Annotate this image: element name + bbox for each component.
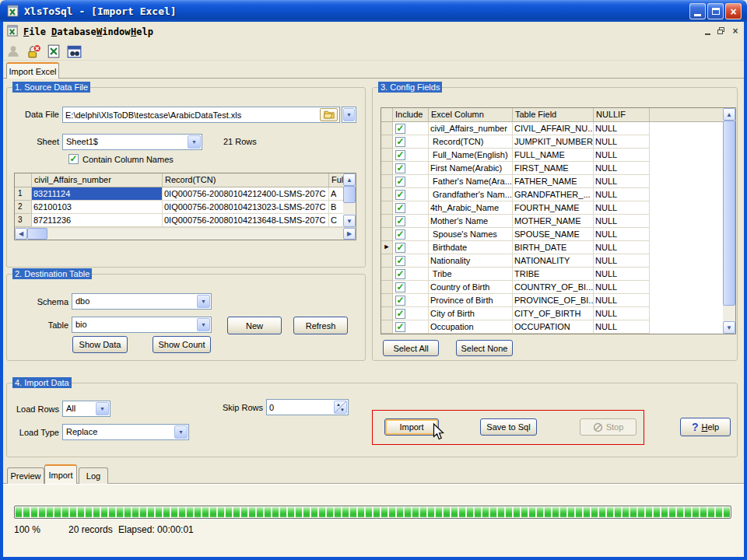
include-checkbox[interactable]: ✓ [395, 243, 405, 253]
config-grid-row[interactable]: ► ✓ Birthdate BIRTH_DATE NULL [381, 241, 723, 254]
config-grid-row[interactable]: ✓ 4th_Arabic_Name FOURTH_NAME NULL [381, 201, 723, 215]
data-file-input[interactable] [62, 107, 340, 123]
view-data-icon[interactable] [65, 43, 82, 60]
include-cell[interactable]: ✓ [393, 320, 429, 334]
include-checkbox[interactable]: ✓ [395, 269, 405, 279]
col-civil-affairs-number[interactable]: civil_Affairs_number [32, 173, 163, 187]
include-checkbox[interactable]: ✓ [395, 124, 405, 134]
tab-import[interactable]: Import [44, 464, 77, 484]
menu-file[interactable]: File [23, 26, 46, 38]
include-cell[interactable]: ✓ [393, 201, 429, 215]
tab-log[interactable]: Log [79, 467, 108, 484]
load-rows-select[interactable]: All ▼ [62, 401, 110, 417]
tab-preview[interactable]: Preview [7, 467, 44, 484]
maximize-button[interactable] [707, 3, 724, 19]
include-checkbox[interactable]: ✓ [395, 309, 405, 319]
include-cell[interactable]: ✓ [393, 175, 429, 188]
config-grid-row[interactable]: ✓ Mother's Name MOTHER_NAME NULL [381, 215, 723, 228]
schema-select[interactable]: dbo ▼ [72, 293, 212, 310]
config-grid-row[interactable]: ✓ Tribe TRIBE NULL [381, 268, 723, 281]
mdi-minimize-button[interactable] [701, 26, 714, 37]
scroll-up-icon[interactable]: ▲ [723, 108, 735, 121]
scroll-thumb[interactable] [723, 121, 735, 306]
source-grid-hscrollbar[interactable]: ◀ ▶ [15, 227, 356, 240]
col-record-tcn[interactable]: Record(TCN) [163, 173, 329, 187]
refresh-button[interactable]: Refresh [293, 317, 348, 334]
include-checkbox[interactable]: ✓ [395, 229, 405, 240]
scroll-down-icon[interactable]: ▼ [723, 321, 735, 334]
config-grid-row[interactable]: ✓ Full_Name(English) FULL_NAME NULL [381, 149, 723, 162]
select-all-button[interactable]: Select All [383, 340, 439, 356]
include-cell[interactable]: ✓ [393, 215, 429, 228]
skip-rows-spinner[interactable]: ▲▼ [334, 401, 347, 414]
scroll-down-icon[interactable]: ▼ [343, 215, 356, 227]
table-select[interactable]: bio ▼ [72, 317, 212, 333]
config-grid-row[interactable]: ✓ Grandfather's Nam... GRANDFATHER_... N… [381, 188, 723, 201]
new-button[interactable]: New [227, 317, 282, 334]
config-grid-row[interactable]: ✓ City of Birth CITY_OF_BIRTH NULL [381, 307, 723, 320]
include-cell[interactable]: ✓ [393, 241, 429, 254]
spin-down-icon[interactable]: ▼ [340, 408, 345, 412]
include-cell[interactable]: ✓ [393, 122, 429, 135]
include-cell[interactable]: ✓ [393, 135, 429, 149]
mdi-close-button[interactable]: × [729, 26, 742, 37]
config-grid-row[interactable]: ✓ Country of Birth COUNTRY_OF_BI... NULL [381, 281, 723, 294]
col-excel-column[interactable]: Excel Column [429, 108, 513, 121]
contain-columns-checkbox[interactable]: ✓ [68, 154, 79, 164]
show-data-button[interactable]: Show Data [72, 336, 128, 353]
include-checkbox[interactable]: ✓ [395, 177, 405, 187]
config-grid-row[interactable]: ✓ Province of Birth PROVINCE_OF_BI... NU… [381, 294, 723, 307]
data-file-dropdown-button[interactable]: ▼ [342, 107, 356, 123]
include-checkbox[interactable]: ✓ [395, 256, 405, 266]
col-nullif[interactable]: NULLIF [594, 108, 650, 121]
include-cell[interactable]: ✓ [393, 162, 429, 175]
include-cell[interactable]: ✓ [393, 307, 429, 320]
scroll-right-icon[interactable]: ▶ [343, 228, 356, 240]
config-grid-row[interactable]: ✓ Nationality NATIONALITY NULL [381, 254, 723, 268]
col-table-field[interactable]: Table Field [513, 108, 594, 121]
show-count-button[interactable]: Show Count [153, 336, 211, 353]
include-cell[interactable]: ✓ [393, 281, 429, 294]
include-checkbox[interactable]: ✓ [395, 163, 405, 173]
source-grid-row[interactable]: 1 83211124 0IQ000756-20080104212400-LSMS… [15, 187, 343, 201]
load-type-select[interactable]: Replace ▼ [62, 424, 189, 440]
include-cell[interactable]: ✓ [393, 228, 429, 241]
lock-error-icon[interactable] [25, 43, 42, 60]
config-grid-row[interactable]: ✓ First Name(Arabic) FIRST_NAME NULL [381, 162, 723, 175]
mdi-restore-button[interactable] [715, 26, 728, 37]
config-grid-row[interactable]: ✓ Record(TCN) JUMPKIT_NUMBER NULL [381, 135, 723, 149]
menu-help[interactable]: Help [131, 26, 153, 38]
help-button[interactable]: ? Help [680, 418, 731, 436]
col-include[interactable]: Include [393, 108, 429, 121]
include-checkbox[interactable]: ✓ [395, 190, 405, 200]
include-cell[interactable]: ✓ [393, 268, 429, 281]
include-cell[interactable]: ✓ [393, 188, 429, 201]
config-grid-row[interactable]: ✓ Father's Name(Ara... FATHER_NAME NULL [381, 175, 723, 188]
close-button[interactable]: × [725, 3, 742, 19]
menu-window[interactable]: Window [96, 26, 130, 38]
minimize-button[interactable] [689, 3, 706, 19]
col-full-name[interactable]: Full_ [329, 173, 343, 187]
include-checkbox[interactable]: ✓ [395, 137, 405, 147]
include-checkbox[interactable]: ✓ [395, 203, 405, 213]
include-cell[interactable]: ✓ [393, 254, 429, 268]
excel-icon[interactable] [45, 43, 62, 60]
include-checkbox[interactable]: ✓ [395, 216, 405, 226]
include-checkbox[interactable]: ✓ [395, 282, 405, 292]
source-grid-row[interactable]: 2 62100103 0IQ000756-20080104213023-LSMS… [15, 201, 343, 214]
include-checkbox[interactable]: ✓ [395, 322, 405, 332]
scroll-left-icon[interactable]: ◀ [15, 228, 27, 240]
source-grid-vscrollbar[interactable]: ▲ ▼ [343, 173, 356, 227]
include-checkbox[interactable]: ✓ [395, 296, 405, 306]
config-grid-row[interactable]: ✓ Spouse's Names SPOUSE_NAME NULL [381, 228, 723, 241]
include-cell[interactable]: ✓ [393, 294, 429, 307]
config-grid-row[interactable]: ✓ civil_Affairs_number CIVIL_AFFAIR_NU..… [381, 122, 723, 135]
sheet-select[interactable]: Sheet1$ ▼ [62, 134, 202, 150]
scroll-up-icon[interactable]: ▲ [343, 173, 356, 186]
scroll-thumb[interactable] [27, 228, 47, 240]
user-icon[interactable] [5, 43, 22, 60]
spin-up-icon[interactable]: ▲ [336, 402, 341, 407]
browse-folder-button[interactable] [320, 108, 338, 121]
select-none-button[interactable]: Select None [456, 340, 513, 356]
source-grid-row[interactable]: 3 87211236 0IQ000756-20080104213648-LSMS… [15, 214, 343, 227]
